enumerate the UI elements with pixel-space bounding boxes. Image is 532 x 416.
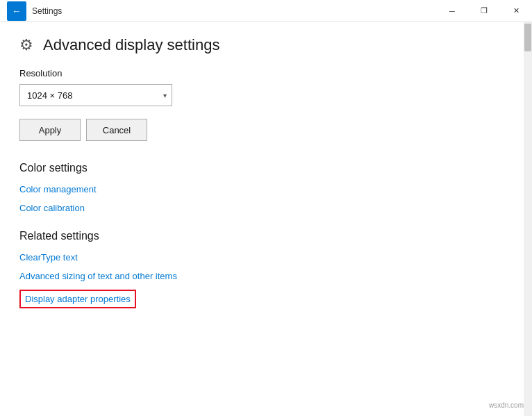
page-header: ⚙ Advanced display settings: [19, 36, 504, 54]
title-bar-title: Settings: [32, 6, 62, 16]
close-button[interactable]: ✕: [500, 0, 532, 22]
apply-button[interactable]: Apply: [19, 119, 81, 141]
title-bar: ← Settings ─ ❐ ✕: [0, 0, 532, 22]
cleartype-text-link[interactable]: ClearType text: [19, 252, 504, 263]
watermark: wsxdn.com: [489, 401, 524, 409]
resolution-section: Resolution 1024 × 768 1280 × 720 1280 × …: [19, 68, 504, 106]
related-settings-title: Related settings: [19, 230, 504, 242]
settings-icon: ⚙: [19, 36, 33, 54]
back-button[interactable]: ←: [7, 1, 26, 21]
minimize-button[interactable]: ─: [436, 0, 468, 22]
restore-button[interactable]: ❐: [468, 0, 500, 22]
title-bar-left: ← Settings: [7, 1, 62, 21]
button-row: Apply Cancel: [19, 119, 504, 141]
resolution-label: Resolution: [19, 68, 504, 78]
title-bar-controls: ─ ❐ ✕: [436, 0, 532, 22]
related-settings-section: Related settings ClearType text Advanced…: [19, 230, 504, 317]
scrollbar-track[interactable]: [524, 22, 532, 416]
content-area: ⚙ Advanced display settings Resolution 1…: [0, 22, 532, 416]
resolution-select[interactable]: 1024 × 768 1280 × 720 1280 × 1024 1920 ×…: [19, 84, 172, 106]
main-content: ⚙ Advanced display settings Resolution 1…: [0, 22, 524, 416]
color-calibration-link[interactable]: Color calibration: [19, 203, 504, 213]
color-settings-title: Color settings: [19, 162, 504, 174]
page-title: Advanced display settings: [43, 36, 219, 54]
resolution-select-wrapper: 1024 × 768 1280 × 720 1280 × 1024 1920 ×…: [19, 84, 172, 106]
color-settings-section: Color settings Color management Color ca…: [19, 162, 504, 213]
color-management-link[interactable]: Color management: [19, 184, 504, 194]
settings-window: ← Settings ─ ❐ ✕ ⚙ Advanced display sett…: [0, 0, 532, 416]
advanced-sizing-link[interactable]: Advanced sizing of text and other items: [19, 271, 504, 281]
display-adapter-properties-link[interactable]: Display adapter properties: [19, 290, 136, 308]
cancel-button[interactable]: Cancel: [86, 119, 147, 141]
scrollbar-thumb[interactable]: [524, 24, 531, 51]
